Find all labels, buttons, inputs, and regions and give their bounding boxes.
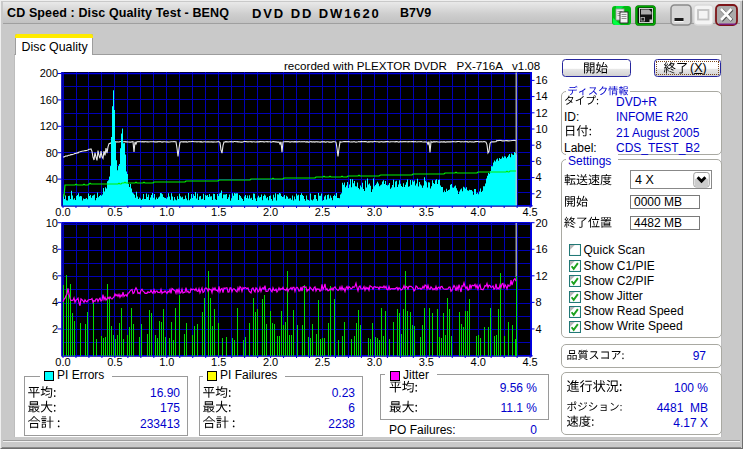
svg-text:3.0: 3.0	[367, 206, 382, 218]
svg-text:0.5: 0.5	[107, 356, 122, 368]
svg-text:2.0: 2.0	[263, 206, 278, 218]
svg-text:8: 8	[536, 139, 542, 151]
svg-text:4.0: 4.0	[471, 206, 486, 218]
svg-text:1.5: 1.5	[211, 206, 226, 218]
svg-text:1.0: 1.0	[159, 206, 174, 218]
svg-text:2.5: 2.5	[315, 356, 330, 368]
svg-text:12: 12	[536, 107, 548, 119]
svg-text:4: 4	[536, 171, 542, 183]
svg-text:0.0: 0.0	[55, 206, 70, 218]
svg-text:8: 8	[536, 296, 542, 308]
svg-text:20: 20	[536, 217, 548, 229]
svg-text:0.5: 0.5	[107, 206, 122, 218]
svg-text:1.0: 1.0	[159, 356, 174, 368]
svg-text:200: 200	[40, 67, 58, 79]
svg-text:10: 10	[46, 217, 58, 229]
svg-text:2: 2	[536, 188, 542, 200]
svg-text:10: 10	[536, 123, 548, 135]
svg-text:4: 4	[536, 323, 542, 335]
svg-text:2: 2	[52, 323, 58, 335]
svg-text:2.0: 2.0	[263, 356, 278, 368]
svg-text:2.5: 2.5	[315, 206, 330, 218]
svg-text:14: 14	[536, 90, 548, 102]
svg-text:16: 16	[536, 243, 548, 255]
svg-text:3.5: 3.5	[419, 356, 434, 368]
svg-text:40: 40	[46, 173, 58, 185]
svg-text:4.0: 4.0	[471, 356, 486, 368]
svg-text:4: 4	[52, 296, 58, 308]
svg-text:120: 120	[40, 120, 58, 132]
svg-text:0.0: 0.0	[55, 356, 70, 368]
svg-text:160: 160	[40, 94, 58, 106]
svg-text:4.5: 4.5	[522, 206, 537, 218]
svg-text:6: 6	[52, 270, 58, 282]
svg-text:3.0: 3.0	[367, 356, 382, 368]
svg-text:12: 12	[536, 270, 548, 282]
svg-text:8: 8	[52, 243, 58, 255]
svg-text:16: 16	[536, 74, 548, 86]
svg-text:1.5: 1.5	[211, 356, 226, 368]
svg-text:4.5: 4.5	[522, 356, 537, 368]
svg-text:6: 6	[536, 155, 542, 167]
svg-text:80: 80	[46, 147, 58, 159]
svg-text:3.5: 3.5	[419, 206, 434, 218]
